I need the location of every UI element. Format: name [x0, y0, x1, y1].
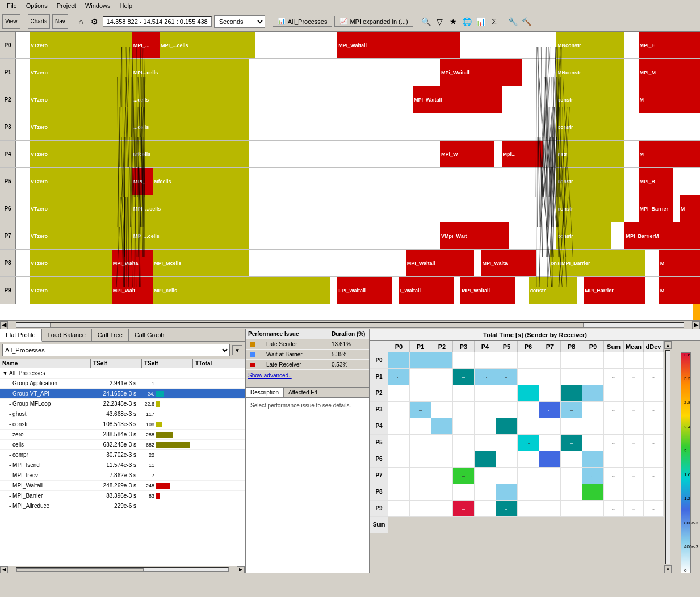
seg-P9-4[interactable]: I_Waitall	[399, 277, 454, 304]
heatmap-cell[interactable]	[539, 501, 561, 516]
heatmap-cell[interactable]	[561, 451, 582, 467]
view-btn[interactable]: View	[2, 14, 20, 29]
heatmap-cell[interactable]	[388, 501, 410, 516]
heatmap-cell[interactable]: ...	[644, 402, 664, 418]
table-row[interactable]: - compr30.702e-3 s22	[0, 450, 245, 460]
heatmap-cell[interactable]	[453, 435, 475, 451]
heatmap-cell[interactable]	[518, 484, 539, 500]
table-row[interactable]: - MPI_Isend11.574e-3 s11	[0, 460, 245, 470]
table-row[interactable]: - Group MFLoop22.2348e-3 s22.6	[0, 399, 245, 409]
tab-call-graph[interactable]: Call Graph	[129, 329, 171, 341]
heatmap-cell[interactable]	[475, 468, 496, 484]
heatmap-cell[interactable]	[431, 484, 453, 500]
heatmap-cell[interactable]	[561, 484, 582, 500]
heatmap-cell[interactable]	[410, 451, 431, 467]
seg-P2-1[interactable]: ...cells	[132, 86, 249, 113]
heatmap-cell[interactable]: ...	[644, 501, 664, 516]
seg-P9-6[interactable]: constr	[529, 277, 577, 304]
seg-P9-0[interactable]: VTzero	[30, 277, 112, 304]
heatmap-cell[interactable]: ...	[518, 435, 539, 451]
table-row[interactable]: - MPI_Waitall248.269e-3 s248	[0, 481, 245, 491]
process-filter-btn[interactable]: 📊 All_Processes	[273, 16, 333, 27]
heatmap-cell[interactable]: ...	[582, 484, 604, 500]
heatmap-cell[interactable]	[496, 402, 518, 418]
heatmap-cell[interactable]: ...	[496, 501, 518, 516]
seg-P7-0[interactable]: VTzero	[30, 222, 132, 249]
profile-scroll-left[interactable]: ◀	[0, 566, 8, 573]
seg-P0-1[interactable]: MPI_...	[132, 32, 160, 58]
seg-P9-2[interactable]: MPI_cells	[153, 277, 330, 304]
heatmap-cell[interactable]	[388, 435, 410, 451]
tab-description[interactable]: Description	[246, 388, 284, 397]
seg-P4-5[interactable]: M	[639, 141, 700, 167]
heatmap-cell[interactable]: ...	[388, 369, 410, 385]
seg-P1-0[interactable]: VTzero	[30, 59, 132, 86]
heatmap-cell[interactable]: ...	[644, 451, 664, 467]
table-row[interactable]: - Group Application2.941e-3 s1	[0, 379, 245, 389]
heatmap-vscrollbar[interactable]: ▲ ▼	[664, 341, 672, 573]
heatmap-cell[interactable]	[496, 468, 518, 484]
filter-icon[interactable]: 🔍	[421, 16, 432, 27]
perf-row-1[interactable]: Wait at Barrier 5.35%	[246, 350, 369, 360]
heatmap-cell[interactable]: ...	[561, 402, 582, 418]
seg-P7-4[interactable]: MPI_BarrierM	[624, 222, 700, 249]
seg-P4-2[interactable]: MPi_W	[440, 141, 494, 167]
profile-hscrollbar[interactable]: ◀ ▶	[0, 566, 245, 573]
table-row[interactable]: - constr108.513e-3 s108	[0, 419, 245, 430]
tab-flat-profile[interactable]: Flat Profile	[0, 329, 42, 342]
heatmap-cell[interactable]	[496, 451, 518, 467]
tab-call-tree[interactable]: Call Tree	[92, 329, 129, 341]
profile-scroll-right[interactable]: ▶	[237, 566, 245, 573]
heatmap-cell[interactable]	[582, 418, 604, 434]
seg-P8-1[interactable]: MPI_Waita	[112, 250, 153, 276]
seg-P9-5[interactable]: MPI_Waitall	[460, 277, 515, 304]
heatmap-cell[interactable]	[518, 352, 539, 368]
seg-P2-2[interactable]: MPI_Waitall	[413, 86, 502, 113]
heatmap-cell[interactable]: ...	[624, 484, 644, 500]
seg-P1-4[interactable]: MPI_M	[639, 59, 700, 86]
heatmap-cell[interactable]: ...	[496, 418, 518, 434]
heatmap-cell[interactable]: ...	[644, 369, 664, 385]
heatmap-cell[interactable]	[431, 369, 453, 385]
seg-P2-3[interactable]: constr	[556, 86, 625, 113]
scroll-right-btn[interactable]: ▶	[692, 321, 700, 329]
chart-icon[interactable]: 📊	[475, 16, 487, 27]
heatmap-cell[interactable]	[431, 501, 453, 516]
heatmap-cell[interactable]	[410, 418, 431, 434]
heatmap-cell[interactable]: ...	[644, 352, 664, 368]
seg-P2-4[interactable]: M	[639, 86, 700, 113]
heatmap-cell[interactable]: ...	[624, 352, 644, 368]
menu-item-project[interactable]: Project	[52, 1, 81, 10]
heatmap-cell[interactable]: ...	[604, 418, 624, 434]
seg-P3-1[interactable]: ...cells	[132, 113, 249, 140]
heatmap-cell[interactable]: ...	[624, 468, 644, 484]
perf-hscrollbar[interactable]	[246, 381, 369, 388]
scroll-track[interactable]	[16, 322, 684, 328]
seg-P0-0[interactable]: VTzero	[30, 32, 132, 58]
heatmap-cell[interactable]	[453, 418, 475, 434]
heatmap-cell[interactable]: ...	[604, 468, 624, 484]
table-row[interactable]: - ghost43.668e-3 s117	[0, 409, 245, 419]
heatmap-cell[interactable]	[475, 402, 496, 418]
heatmap-cell[interactable]: ...	[604, 501, 624, 516]
heatmap-cell[interactable]: ...	[604, 484, 624, 500]
heatmap-cell[interactable]: ...	[604, 385, 624, 401]
tab-load-balance[interactable]: Load Balance	[42, 329, 92, 341]
heatmap-cell[interactable]: ...	[624, 385, 644, 401]
heatmap-cell[interactable]: ...	[388, 352, 410, 368]
heatmap-cell[interactable]: ...	[475, 369, 496, 385]
heatmap-cell[interactable]	[475, 352, 496, 368]
heatmap-cell[interactable]	[431, 402, 453, 418]
show-advanced-link[interactable]: Show advanced..	[246, 370, 369, 381]
hm-scroll-up[interactable]: ▲	[664, 341, 672, 349]
heatmap-cell[interactable]: ...	[496, 484, 518, 500]
heatmap-cell[interactable]: ...	[518, 385, 539, 401]
heatmap-cell[interactable]	[582, 352, 604, 368]
heatmap-cell[interactable]	[496, 385, 518, 401]
seg-P4-1[interactable]: Mfcells	[132, 141, 249, 167]
heatmap-cell[interactable]: ...	[453, 369, 475, 385]
heatmap-cell[interactable]	[475, 418, 496, 434]
table-row[interactable]: - MPI_Irecv7.862e-3 s7	[0, 470, 245, 481]
heatmap-cell[interactable]	[496, 352, 518, 368]
scroll-thumb[interactable]	[50, 323, 584, 327]
